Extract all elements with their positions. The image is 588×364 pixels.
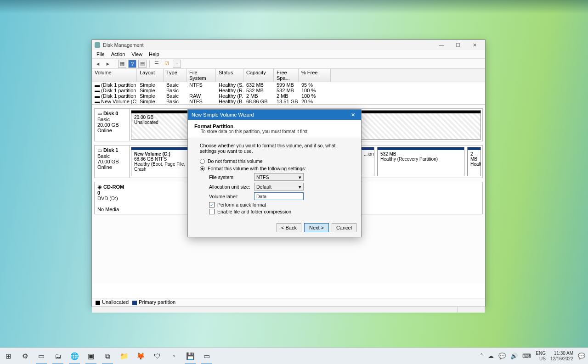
chat-icon[interactable]: 💬	[498, 353, 506, 359]
volume-row[interactable]: ▬ (Disk 1 partition 2) Simple Basic NTFS…	[92, 82, 485, 88]
settings-icon[interactable]: ⚙	[17, 348, 33, 364]
cell: 13.51 GB	[274, 99, 299, 104]
part-size: 532 MB	[380, 151, 396, 157]
col-freespace[interactable]: Free Spa...	[274, 69, 299, 82]
disk1-partition-tiny[interactable]: 2 MB Healt	[467, 147, 481, 176]
disk1-partition-c[interactable]: New Volume (C:) 68.86 GB NTFS Healthy (B…	[131, 147, 190, 176]
col-status[interactable]: Status	[216, 69, 243, 82]
minimize-button[interactable]: —	[434, 40, 449, 50]
cell: 2 MB	[274, 93, 299, 99]
col-type[interactable]: Type	[164, 69, 187, 82]
cell: Basic	[164, 88, 187, 93]
refresh-icon[interactable]: ▦	[118, 60, 126, 68]
start-icon[interactable]: ⊞	[0, 348, 17, 364]
part-size: 20.00 GB	[134, 115, 153, 120]
forward-icon[interactable]: ►	[104, 60, 112, 68]
cell: 632 MB	[243, 82, 274, 88]
keyboard-icon[interactable]: ⌨	[522, 353, 531, 359]
taskview-icon[interactable]: ▭	[33, 348, 50, 364]
disk-title: Disk 0	[103, 111, 118, 116]
volume-row[interactable]: ▬ New Volume (C:) Simple Basic NTFS Heal…	[92, 99, 485, 104]
lang-line2: US	[536, 356, 546, 362]
taskbar[interactable]: ⊞ ⚙ ▭ 🗂 🌐 ▣ ⧉ 📁 🦊 🛡 ▫ 💾 ▭ ˄ ☁ 💬 🔊 ⌨ ENG …	[0, 347, 588, 364]
volume-icon[interactable]: 🔊	[510, 353, 518, 359]
legend-unalloc-label: Unallocated	[102, 299, 129, 305]
menu-help[interactable]: Help	[146, 50, 162, 58]
legend-unalloc-swatch	[96, 301, 100, 305]
terminal-icon[interactable]: ▣	[83, 348, 99, 364]
action-icon[interactable]: ☰	[153, 60, 161, 68]
disk-sub: DVD (D:)	[97, 196, 118, 201]
chevron-down-icon: ▾	[299, 184, 301, 190]
wizard-taskbar-icon[interactable]: ▭	[198, 348, 215, 364]
diskmgmt-taskbar-icon[interactable]: 💾	[182, 348, 198, 364]
explorer-icon[interactable]: 🗂	[50, 348, 66, 364]
col-filesystem[interactable]: File System	[187, 69, 216, 82]
language-indicator[interactable]: ENG US	[536, 351, 546, 362]
dialog-close-icon[interactable]: ✕	[348, 112, 357, 118]
back-button[interactable]: < Back	[277, 223, 301, 232]
input-volume-label[interactable]	[254, 192, 304, 200]
checkbox-label: Enable file and folder compression	[217, 209, 291, 214]
disk1-partition-recovery[interactable]: 532 MB Healthy (Recovery Partition)	[377, 147, 464, 176]
cell: 599 MB	[274, 82, 299, 88]
toolbar: ◄ ► ▦ ? ▤ ☰ ☑ ≡	[92, 59, 485, 69]
checkbox-icon: ✓	[209, 202, 215, 207]
titlebar[interactable]: Disk Management — ☐ ✕	[92, 40, 485, 50]
menu-file[interactable]: File	[94, 50, 107, 58]
legend: Unallocated Primary partition	[92, 298, 485, 306]
disk1-partition-hidden[interactable]: ...ion)	[361, 147, 374, 176]
vscode-icon[interactable]: ⧉	[99, 348, 116, 364]
onedrive-icon[interactable]: ☁	[488, 353, 494, 359]
col-capacity[interactable]: Capacity	[243, 69, 274, 82]
help-icon[interactable]: ?	[128, 60, 136, 68]
clock[interactable]: 11:30 AM 12/16/2022	[550, 351, 573, 362]
next-button[interactable]: Next >	[304, 223, 329, 232]
list-icon[interactable]: ≡	[173, 60, 181, 68]
checkbox-quick-format[interactable]: ✓ Perform a quick format	[209, 202, 349, 207]
firefox-icon[interactable]: 🦊	[132, 348, 149, 364]
cell: 2 MB	[243, 93, 274, 99]
app-icon[interactable]: ▫	[165, 348, 182, 364]
col-volume[interactable]: Volume	[92, 69, 137, 82]
volume-row[interactable]: ▬ (Disk 1 partition 4) Simple Basic RAW …	[92, 93, 485, 99]
chevron-down-icon: ▾	[299, 174, 301, 180]
checkbox-compression[interactable]: Enable file and folder compression	[209, 209, 349, 214]
col-layout[interactable]: Layout	[137, 69, 164, 82]
dialog-titlebar[interactable]: New Simple Volume Wizard ✕	[188, 110, 361, 120]
menu-view[interactable]: View	[129, 50, 145, 58]
select-allocation-unit[interactable]: Default ▾	[254, 183, 304, 190]
chevron-up-icon[interactable]: ˄	[480, 353, 483, 359]
col-pctfree[interactable]: % Free	[299, 69, 331, 82]
cancel-button[interactable]: Cancel	[332, 223, 356, 232]
cell: 532 MB	[274, 88, 299, 93]
radio-icon	[200, 159, 205, 164]
security-icon[interactable]: 🛡	[149, 348, 165, 364]
check-icon[interactable]: ☑	[163, 60, 171, 68]
radio-icon	[200, 166, 205, 171]
folder-icon[interactable]: 📁	[116, 348, 132, 364]
volume-list[interactable]: Volume Layout Type File System Status Ca…	[92, 69, 485, 104]
column-headers[interactable]: Volume Layout Type File System Status Ca…	[92, 69, 485, 82]
menu-action[interactable]: Action	[108, 50, 128, 58]
radio-no-format[interactable]: Do not format this volume	[200, 158, 349, 164]
label-volume-label: Volume label:	[209, 194, 254, 199]
part-status: Healt	[470, 162, 481, 167]
notifications-icon[interactable]: 💬	[578, 353, 585, 359]
disk-bus: Basic	[97, 117, 110, 122]
edge-icon[interactable]: 🌐	[66, 348, 83, 364]
volume-row[interactable]: ▬ (Disk 1 partition 3) Simple Basic Heal…	[92, 88, 485, 93]
legend-primary-swatch	[132, 301, 137, 305]
cell: 100 %	[299, 93, 331, 99]
cell: Simple	[137, 88, 164, 93]
dialog-subheading: To store data on this partition, you mus…	[194, 129, 355, 134]
select-filesystem[interactable]: NTFS ▾	[254, 173, 304, 181]
disk-state: Online	[97, 164, 112, 170]
maximize-button[interactable]: ☐	[450, 40, 466, 50]
back-icon[interactable]: ◄	[94, 60, 102, 68]
radio-format[interactable]: Format this volume with the following se…	[200, 166, 349, 171]
cell: 20 %	[299, 99, 331, 104]
properties-icon[interactable]: ▤	[138, 60, 147, 68]
system-tray[interactable]: ˄ ☁ 💬 🔊 ⌨ ENG US 11:30 AM 12/16/2022 💬	[480, 351, 588, 362]
close-button[interactable]: ✕	[467, 40, 482, 50]
